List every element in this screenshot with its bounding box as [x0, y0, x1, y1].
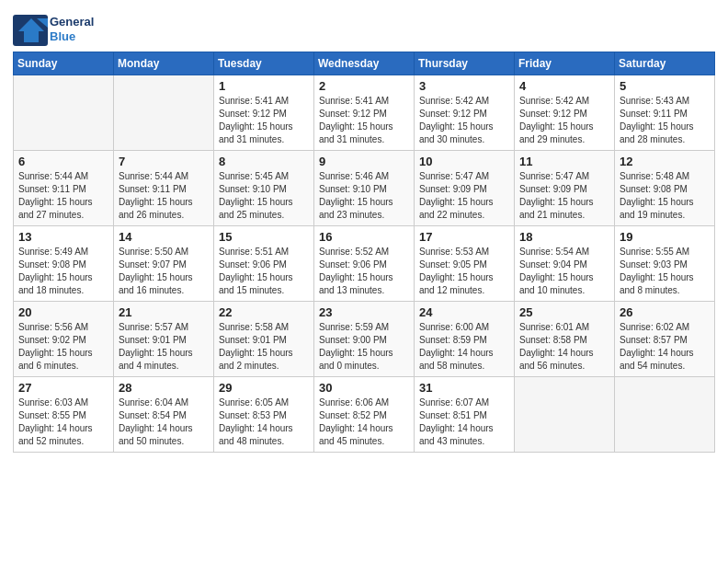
day-detail: Sunrise: 6:04 AMSunset: 8:54 PMDaylight:…: [119, 396, 209, 448]
week-row-2: 6Sunrise: 5:44 AMSunset: 9:11 PMDaylight…: [14, 151, 715, 226]
weekday-header-thursday: Thursday: [415, 52, 515, 75]
day-number: 18: [519, 230, 609, 244]
day-number: 3: [419, 79, 509, 93]
day-cell: 14Sunrise: 5:50 AMSunset: 9:07 PMDayligh…: [114, 226, 214, 302]
day-cell: 2Sunrise: 5:41 AMSunset: 9:12 PMDaylight…: [314, 75, 415, 151]
day-cell: [14, 75, 114, 151]
day-cell: 21Sunrise: 5:57 AMSunset: 9:01 PMDayligh…: [114, 302, 214, 377]
day-cell: 5Sunrise: 5:43 AMSunset: 9:11 PMDaylight…: [615, 75, 715, 151]
day-number: 7: [119, 155, 209, 168]
logo: General Blue: [13, 15, 94, 44]
weekday-header-wednesday: Wednesday: [314, 52, 415, 75]
day-cell: 6Sunrise: 5:44 AMSunset: 9:11 PMDaylight…: [14, 151, 114, 226]
logo-text: General Blue: [50, 15, 94, 43]
day-number: 20: [18, 305, 108, 319]
weekday-header-monday: Monday: [114, 52, 214, 75]
day-detail: Sunrise: 5:59 AMSunset: 9:00 PMDaylight:…: [319, 321, 409, 373]
day-cell: 27Sunrise: 6:03 AMSunset: 8:55 PMDayligh…: [14, 377, 114, 453]
day-cell: 15Sunrise: 5:51 AMSunset: 9:06 PMDayligh…: [214, 226, 314, 302]
day-cell: 29Sunrise: 6:05 AMSunset: 8:53 PMDayligh…: [214, 377, 314, 453]
day-number: 25: [519, 305, 609, 319]
day-cell: 23Sunrise: 5:59 AMSunset: 9:00 PMDayligh…: [314, 302, 415, 377]
calendar-page: General Blue SundayMondayTuesdayWednesda…: [0, 0, 728, 563]
day-cell: 1Sunrise: 5:41 AMSunset: 9:12 PMDaylight…: [214, 75, 314, 151]
day-number: 17: [419, 230, 509, 244]
day-number: 23: [319, 305, 409, 319]
day-number: 13: [18, 230, 108, 244]
day-detail: Sunrise: 5:47 AMSunset: 9:09 PMDaylight:…: [419, 170, 509, 222]
day-cell: [515, 377, 615, 453]
day-cell: 3Sunrise: 5:42 AMSunset: 9:12 PMDaylight…: [415, 75, 515, 151]
weekday-header-saturday: Saturday: [615, 52, 715, 75]
day-detail: Sunrise: 5:43 AMSunset: 9:11 PMDaylight:…: [620, 95, 710, 146]
day-detail: Sunrise: 5:57 AMSunset: 9:01 PMDaylight:…: [119, 321, 209, 373]
calendar-table: SundayMondayTuesdayWednesdayThursdayFrid…: [13, 52, 715, 453]
header: General Blue: [13, 9, 715, 44]
day-number: 29: [219, 381, 309, 395]
day-cell: 8Sunrise: 5:45 AMSunset: 9:10 PMDaylight…: [214, 151, 314, 226]
day-number: 11: [519, 155, 609, 168]
day-detail: Sunrise: 5:55 AMSunset: 9:03 PMDaylight:…: [620, 246, 710, 297]
day-cell: 10Sunrise: 5:47 AMSunset: 9:09 PMDayligh…: [415, 151, 515, 226]
week-row-5: 27Sunrise: 6:03 AMSunset: 8:55 PMDayligh…: [14, 377, 715, 453]
day-detail: Sunrise: 5:52 AMSunset: 9:06 PMDaylight:…: [319, 246, 409, 297]
weekday-header-sunday: Sunday: [14, 52, 114, 75]
day-cell: 31Sunrise: 6:07 AMSunset: 8:51 PMDayligh…: [415, 377, 515, 453]
day-number: 6: [18, 155, 108, 168]
day-detail: Sunrise: 6:06 AMSunset: 8:52 PMDaylight:…: [319, 396, 409, 448]
day-number: 9: [319, 155, 409, 168]
day-detail: Sunrise: 5:56 AMSunset: 9:02 PMDaylight:…: [18, 321, 108, 373]
weekday-header-row: SundayMondayTuesdayWednesdayThursdayFrid…: [14, 52, 715, 75]
day-detail: Sunrise: 6:05 AMSunset: 8:53 PMDaylight:…: [219, 396, 309, 448]
day-number: 2: [319, 79, 409, 93]
day-cell: 28Sunrise: 6:04 AMSunset: 8:54 PMDayligh…: [114, 377, 214, 453]
day-number: 1: [219, 79, 309, 93]
day-detail: Sunrise: 5:54 AMSunset: 9:04 PMDaylight:…: [519, 246, 609, 297]
day-number: 21: [119, 305, 209, 319]
day-number: 15: [219, 230, 309, 244]
day-cell: 7Sunrise: 5:44 AMSunset: 9:11 PMDaylight…: [114, 151, 214, 226]
day-number: 5: [620, 79, 710, 93]
day-number: 12: [620, 155, 710, 168]
day-cell: 22Sunrise: 5:58 AMSunset: 9:01 PMDayligh…: [214, 302, 314, 377]
logo-icon: [13, 15, 46, 44]
day-number: 19: [620, 230, 710, 244]
day-number: 30: [319, 381, 409, 395]
day-detail: Sunrise: 5:42 AMSunset: 9:12 PMDaylight:…: [419, 95, 509, 146]
day-cell: 9Sunrise: 5:46 AMSunset: 9:10 PMDaylight…: [314, 151, 415, 226]
day-cell: 13Sunrise: 5:49 AMSunset: 9:08 PMDayligh…: [14, 226, 114, 302]
day-detail: Sunrise: 5:53 AMSunset: 9:05 PMDaylight:…: [419, 246, 509, 297]
day-detail: Sunrise: 5:47 AMSunset: 9:09 PMDaylight:…: [519, 170, 609, 222]
day-detail: Sunrise: 5:46 AMSunset: 9:10 PMDaylight:…: [319, 170, 409, 222]
day-detail: Sunrise: 6:00 AMSunset: 8:59 PMDaylight:…: [419, 321, 509, 373]
day-cell: 11Sunrise: 5:47 AMSunset: 9:09 PMDayligh…: [515, 151, 615, 226]
day-number: 27: [18, 381, 108, 395]
day-number: 24: [419, 305, 509, 319]
day-number: 28: [119, 381, 209, 395]
day-detail: Sunrise: 5:50 AMSunset: 9:07 PMDaylight:…: [119, 246, 209, 297]
day-number: 22: [219, 305, 309, 319]
day-cell: 24Sunrise: 6:00 AMSunset: 8:59 PMDayligh…: [415, 302, 515, 377]
day-cell: 26Sunrise: 6:02 AMSunset: 8:57 PMDayligh…: [615, 302, 715, 377]
day-detail: Sunrise: 5:41 AMSunset: 9:12 PMDaylight:…: [219, 95, 309, 146]
day-cell: [114, 75, 214, 151]
day-detail: Sunrise: 6:03 AMSunset: 8:55 PMDaylight:…: [18, 396, 108, 448]
day-cell: 18Sunrise: 5:54 AMSunset: 9:04 PMDayligh…: [515, 226, 615, 302]
day-cell: 25Sunrise: 6:01 AMSunset: 8:58 PMDayligh…: [515, 302, 615, 377]
week-row-3: 13Sunrise: 5:49 AMSunset: 9:08 PMDayligh…: [14, 226, 715, 302]
day-detail: Sunrise: 5:51 AMSunset: 9:06 PMDaylight:…: [219, 246, 309, 297]
day-number: 8: [219, 155, 309, 168]
day-cell: 17Sunrise: 5:53 AMSunset: 9:05 PMDayligh…: [415, 226, 515, 302]
day-number: 31: [419, 381, 509, 395]
day-number: 14: [119, 230, 209, 244]
week-row-4: 20Sunrise: 5:56 AMSunset: 9:02 PMDayligh…: [14, 302, 715, 377]
day-detail: Sunrise: 5:58 AMSunset: 9:01 PMDaylight:…: [219, 321, 309, 373]
week-row-1: 1Sunrise: 5:41 AMSunset: 9:12 PMDaylight…: [14, 75, 715, 151]
day-cell: [615, 377, 715, 453]
day-cell: 19Sunrise: 5:55 AMSunset: 9:03 PMDayligh…: [615, 226, 715, 302]
weekday-header-tuesday: Tuesday: [214, 52, 314, 75]
day-detail: Sunrise: 5:44 AMSunset: 9:11 PMDaylight:…: [18, 170, 108, 222]
day-detail: Sunrise: 6:01 AMSunset: 8:58 PMDaylight:…: [519, 321, 609, 373]
day-detail: Sunrise: 6:07 AMSunset: 8:51 PMDaylight:…: [419, 396, 509, 448]
day-number: 16: [319, 230, 409, 244]
